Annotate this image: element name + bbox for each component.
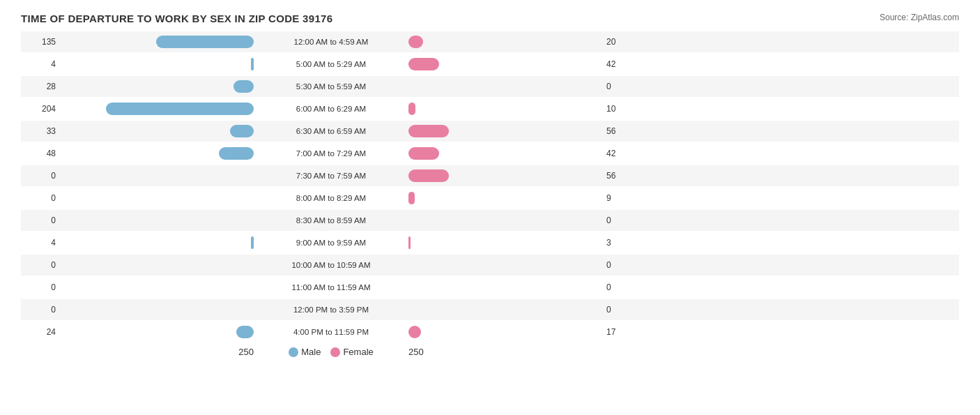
left-bar-container bbox=[59, 169, 254, 182]
table-row: 48 7:00 AM to 7:29 AM 42 bbox=[21, 143, 959, 164]
male-bar bbox=[230, 125, 254, 137]
time-label: 8:30 AM to 8:59 AM bbox=[258, 216, 404, 225]
time-label: 12:00 AM to 4:59 AM bbox=[258, 38, 404, 46]
male-bar bbox=[233, 80, 254, 93]
right-bar-container bbox=[408, 125, 604, 137]
time-label: 5:00 AM to 5:29 AM bbox=[258, 60, 404, 68]
legend-female: Female bbox=[330, 347, 373, 357]
female-dot bbox=[330, 347, 340, 357]
female-value: 10 bbox=[606, 104, 627, 114]
left-section: 0 bbox=[21, 169, 258, 182]
table-row: 204 6:00 AM to 6:29 AM 10 bbox=[21, 98, 959, 119]
time-label: 4:00 PM to 11:59 PM bbox=[258, 328, 404, 336]
table-row: 0 8:00 AM to 8:29 AM 9 bbox=[21, 188, 959, 209]
right-section: 17 bbox=[404, 326, 641, 338]
table-row: 4 9:00 AM to 9:59 AM 3 bbox=[21, 232, 959, 253]
male-value: 33 bbox=[35, 126, 56, 136]
right-section: 0 bbox=[404, 80, 641, 93]
right-section: 10 bbox=[404, 103, 641, 115]
table-row: 0 10:00 AM to 10:59 AM 0 bbox=[21, 255, 959, 276]
male-bar bbox=[251, 58, 254, 70]
male-bar bbox=[251, 236, 254, 249]
chart-title: TIME OF DEPARTURE TO WORK BY SEX IN ZIP … bbox=[21, 13, 959, 24]
table-row: 24 4:00 PM to 11:59 PM 17 bbox=[21, 322, 959, 342]
female-value: 0 bbox=[606, 305, 627, 315]
table-row: 0 7:30 AM to 7:59 AM 56 bbox=[21, 165, 959, 186]
table-row: 4 5:00 AM to 5:29 AM 42 bbox=[21, 54, 959, 75]
male-value: 24 bbox=[35, 327, 56, 337]
female-bar bbox=[408, 58, 439, 70]
female-bar bbox=[408, 192, 415, 204]
female-bar bbox=[408, 326, 421, 338]
male-bar bbox=[219, 147, 254, 160]
left-section: 28 bbox=[21, 80, 258, 93]
female-value: 17 bbox=[606, 327, 627, 337]
table-row: 33 6:30 AM to 6:59 AM 56 bbox=[21, 121, 959, 142]
right-section: 20 bbox=[404, 36, 641, 48]
left-bar-container bbox=[59, 236, 254, 249]
right-section: 3 bbox=[404, 236, 641, 249]
female-value: 0 bbox=[606, 260, 627, 270]
scale-left: 250 bbox=[21, 347, 258, 357]
male-value: 4 bbox=[35, 238, 56, 248]
female-value: 42 bbox=[606, 149, 627, 158]
right-section: 42 bbox=[404, 147, 641, 160]
right-bar-container bbox=[408, 103, 604, 115]
right-bar-container bbox=[408, 192, 604, 204]
legend-male: Male bbox=[289, 347, 321, 357]
left-bar-container bbox=[59, 103, 254, 115]
left-section: 0 bbox=[21, 259, 258, 271]
female-bar bbox=[408, 147, 439, 160]
source-label: Source: ZipAtlas.com bbox=[880, 13, 959, 22]
female-value: 0 bbox=[606, 82, 627, 91]
male-value: 135 bbox=[35, 37, 56, 47]
left-section: 0 bbox=[21, 281, 258, 294]
male-value: 28 bbox=[35, 82, 56, 91]
left-section: 4 bbox=[21, 236, 258, 249]
table-row: 0 8:30 AM to 8:59 AM 0 bbox=[21, 210, 959, 231]
male-value: 0 bbox=[35, 171, 56, 181]
time-label: 6:30 AM to 6:59 AM bbox=[258, 127, 404, 135]
male-bar bbox=[106, 103, 254, 115]
female-value: 9 bbox=[606, 193, 627, 203]
female-bar bbox=[408, 236, 411, 249]
chart-container: TIME OF DEPARTURE TO WORK BY SEX IN ZIP … bbox=[0, 0, 980, 385]
female-value: 0 bbox=[606, 282, 627, 292]
female-value: 20 bbox=[606, 37, 627, 47]
right-section: 0 bbox=[404, 303, 641, 316]
table-row: 28 5:30 AM to 5:59 AM 0 bbox=[21, 76, 959, 97]
right-bar-container bbox=[408, 58, 604, 70]
left-bar-container bbox=[59, 281, 254, 294]
left-bar-container bbox=[59, 58, 254, 70]
female-bar bbox=[408, 125, 449, 137]
female-value: 56 bbox=[606, 171, 627, 181]
right-bar-container bbox=[408, 80, 604, 93]
time-label: 7:30 AM to 7:59 AM bbox=[258, 172, 404, 180]
right-section: 0 bbox=[404, 281, 641, 294]
time-label: 7:00 AM to 7:29 AM bbox=[258, 149, 404, 158]
left-section: 0 bbox=[21, 192, 258, 204]
male-value: 0 bbox=[35, 260, 56, 270]
male-value: 4 bbox=[35, 59, 56, 69]
male-label: Male bbox=[301, 347, 321, 357]
left-section: 135 bbox=[21, 36, 258, 48]
male-value: 0 bbox=[35, 216, 56, 225]
left-section: 33 bbox=[21, 125, 258, 137]
male-bar bbox=[236, 326, 254, 338]
chart-area: 135 12:00 AM to 4:59 AM 20 4 5:00 AM to … bbox=[21, 31, 959, 342]
legend: Male Female bbox=[258, 347, 404, 357]
scale-right: 250 bbox=[404, 347, 641, 357]
right-section: 0 bbox=[404, 259, 641, 271]
female-value: 56 bbox=[606, 126, 627, 136]
male-value: 204 bbox=[35, 104, 56, 114]
male-value: 48 bbox=[35, 149, 56, 158]
time-label: 10:00 AM to 10:59 AM bbox=[258, 261, 404, 269]
right-section: 0 bbox=[404, 214, 641, 227]
left-section: 0 bbox=[21, 214, 258, 227]
male-value: 0 bbox=[35, 282, 56, 292]
right-bar-container bbox=[408, 281, 604, 294]
table-row: 135 12:00 AM to 4:59 AM 20 bbox=[21, 31, 959, 52]
right-bar-container bbox=[408, 326, 604, 338]
female-value: 0 bbox=[606, 216, 627, 225]
male-value: 0 bbox=[35, 193, 56, 203]
